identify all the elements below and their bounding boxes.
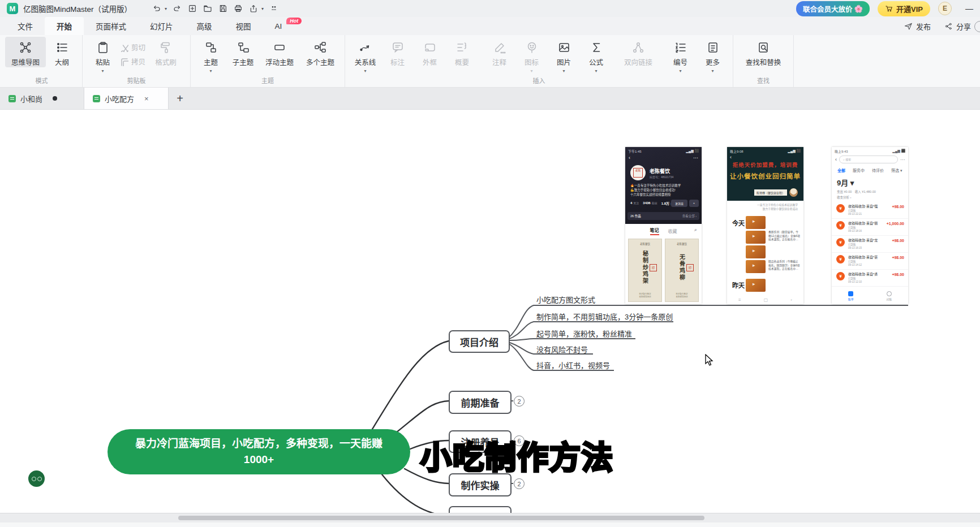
close-tab-icon[interactable]: × xyxy=(144,94,149,103)
collapse-badge[interactable]: 2 xyxy=(514,478,525,489)
save-icon[interactable] xyxy=(218,3,228,14)
promo-subtitle: 一直专注于特色小吃技术培训教学致力于帮助小餐饮创业者成功 xyxy=(727,201,803,211)
find-replace-button[interactable]: 查找和替换 xyxy=(737,37,789,67)
topic-preparation[interactable]: 前期准备 xyxy=(449,391,512,414)
root-topic[interactable]: 暴力冷门蓝海项目，小吃配方，多种变现，一天能赚1000+ xyxy=(108,429,410,474)
formula-button[interactable]: 公式▾ xyxy=(580,37,612,72)
numbered-list-icon xyxy=(674,41,687,54)
chef-avatar xyxy=(789,188,798,197)
topic-button[interactable]: 主题▾ xyxy=(195,37,227,72)
flower-icon: 🌸 xyxy=(854,5,863,13)
copy-button[interactable]: 拷贝 xyxy=(119,56,145,67)
message-button: 发消息 xyxy=(671,200,687,207)
horizontal-scrollbar[interactable] xyxy=(0,513,980,522)
attached-image-douyin-profile[interactable]: 下午1:45▂▄▆ ⬛ ‹⋯ 老陈 老陈餐饮 抖音号：48021734 🔥一直专… xyxy=(625,147,702,304)
subtopic-1[interactable]: 小吃配方图文形式 xyxy=(536,294,595,305)
boundary-icon xyxy=(423,41,437,54)
document-tabbar: 小和尚 小吃配方 × + xyxy=(0,88,980,110)
doc-tab-2[interactable]: 小吃配方 × xyxy=(84,88,169,109)
month-selector: 9月 ▾ xyxy=(832,173,908,188)
doc-tab-1[interactable]: 小和尚 xyxy=(0,88,84,109)
hyperlink-button[interactable]: 双向链接 xyxy=(612,37,664,67)
profile-buttons: 发消息 + xyxy=(671,200,699,207)
collapse-badge[interactable]: 2 xyxy=(514,396,525,407)
member-promo-badge[interactable]: 联合会员大放价🌸 xyxy=(796,1,870,16)
undo-caret-icon[interactable]: ▾ xyxy=(165,6,167,11)
bill-row: ¥ 收钱码收款-来自*龙已到账 09-13 16:15+98.00 xyxy=(832,235,908,253)
post-text-1: 香肠系列（随堂接单，今晚12点截止报名）全体6项技术课程，正在报名中… xyxy=(768,231,800,242)
print-icon[interactable] xyxy=(233,3,243,14)
post-text-2: 精品热卤系列（今晚截止报名，随到随学）全体6项技术课程，正在报名中… xyxy=(768,260,800,271)
callout-button[interactable]: 标注 xyxy=(381,37,414,67)
picture-button[interactable]: 图片▾ xyxy=(548,37,580,72)
follow-plus-button: + xyxy=(689,200,699,207)
user-avatar[interactable]: E xyxy=(938,2,952,15)
summary-button[interactable]: 概要 xyxy=(446,37,478,67)
floating-assistant-button[interactable] xyxy=(28,470,45,487)
callout-icon xyxy=(391,41,405,54)
menu-slides[interactable]: 幻灯片 xyxy=(138,17,185,35)
mindmap-canvas[interactable]: 暴力冷门蓝海项目，小吃配方，多种变现，一天能赚1000+ 项目介绍 前期准备 注… xyxy=(0,110,980,527)
video-thumbnail xyxy=(746,279,766,292)
share-button[interactable]: 分享 xyxy=(944,21,971,32)
multiple-topics-button[interactable]: 多个主题 xyxy=(300,37,341,67)
picture-icon xyxy=(557,41,571,54)
icon-button[interactable]: 图标▾ xyxy=(515,37,548,72)
new-tab-button[interactable]: + xyxy=(169,88,191,109)
profile-feed-section: 笔记 收藏 ⌕ 老陈餐饮 秘制炒鸡架 印 技术配方教学老陈餐饮培训 老陈餐饮 无… xyxy=(625,224,702,304)
author-tag: 陈师傅（餐饮创业程） xyxy=(754,189,787,196)
subtopic-3[interactable]: 起号简单，涨粉快，粉丝精准 xyxy=(536,328,632,339)
video-thumbnail xyxy=(746,245,766,258)
minimize-button[interactable]: — xyxy=(965,4,973,13)
customize-toolbar-icon[interactable] xyxy=(269,3,279,14)
back-icon: ‹ xyxy=(629,155,630,161)
format-painter-button[interactable]: 格式刷 xyxy=(145,37,186,67)
open-vip-button[interactable]: 开通VIP xyxy=(878,1,930,16)
floating-topic-button[interactable]: 浮动主题 xyxy=(259,37,300,67)
boundary-button[interactable]: 外框 xyxy=(414,37,446,67)
unsaved-dot-icon xyxy=(53,96,57,101)
subtopic-button[interactable]: 子主题 xyxy=(227,37,259,67)
menu-advanced[interactable]: 高级 xyxy=(185,17,224,35)
more-button[interactable]: 更多▾ xyxy=(697,37,729,72)
mindmap-mode-button[interactable]: 思维导图 xyxy=(5,37,46,67)
red-stamp: 印 xyxy=(686,264,694,271)
new-file-icon[interactable] xyxy=(187,3,197,14)
menu-file[interactable]: 文件 xyxy=(6,17,45,35)
outline-icon xyxy=(55,41,69,54)
menu-home[interactable]: 开始 xyxy=(45,17,84,35)
undo-icon[interactable] xyxy=(152,3,162,14)
cut-button[interactable]: 剪切 xyxy=(119,42,145,53)
copy-icon xyxy=(119,57,128,66)
scrollbar-thumb[interactable] xyxy=(178,516,704,520)
back-icon: ‹ xyxy=(835,157,837,162)
redo-icon[interactable] xyxy=(172,3,182,14)
cart-icon xyxy=(885,5,893,12)
export-icon[interactable] xyxy=(248,3,259,14)
menu-view[interactable]: 视图 xyxy=(224,17,263,35)
open-file-icon[interactable] xyxy=(203,3,213,14)
edge-cut-icon[interactable] xyxy=(974,21,980,32)
comment-button[interactable]: 注释 xyxy=(483,37,515,67)
day-label-yesterday: 昨天 xyxy=(732,280,745,290)
publish-button[interactable]: 发布 xyxy=(904,21,931,32)
topic-project-intro[interactable]: 项目介绍 xyxy=(449,330,510,353)
relationship-button[interactable]: 关系线▾ xyxy=(349,37,381,72)
yuan-icon: ¥ xyxy=(836,238,845,247)
subtopic-2[interactable]: 制作简单，不用剪辑功底，3分钟一条原创 xyxy=(536,311,673,322)
group-label-clipboard: 剪贴板 xyxy=(127,75,146,87)
more-icon: ⋯ xyxy=(693,155,698,161)
outline-mode-button[interactable]: 大纲 xyxy=(46,37,78,67)
subtopic-4[interactable]: 没有风险不封号 xyxy=(536,344,588,355)
paste-button[interactable]: 粘贴▾ xyxy=(87,37,119,72)
attached-image-promo-feed[interactable]: 晚上9:08▂▄▆ ⬛ ‹ 拒绝天价加盟费，培训费 让小餐饮创业回归简单 陈师傅… xyxy=(727,147,803,304)
numbering-button[interactable]: 编号▾ xyxy=(664,37,697,72)
attached-image-payment-records[interactable]: 晚上9:43▂▄▆ ⬛ ‹ ⌕ 搜索 ⋯ 全部 服务中 待评价 筛选 ▾ 9月 … xyxy=(832,147,908,304)
menu-ai[interactable]: AIHot xyxy=(263,17,294,35)
export-caret-icon[interactable]: ▾ xyxy=(261,6,264,11)
paste-icon xyxy=(96,41,110,54)
menu-page-style[interactable]: 页面样式 xyxy=(84,17,138,35)
video-thumbnail xyxy=(746,231,766,244)
status-icons: ▂▄▆ ⬛ xyxy=(686,149,699,154)
subtopic-5[interactable]: 抖音，小红书，视频号 xyxy=(536,360,610,370)
